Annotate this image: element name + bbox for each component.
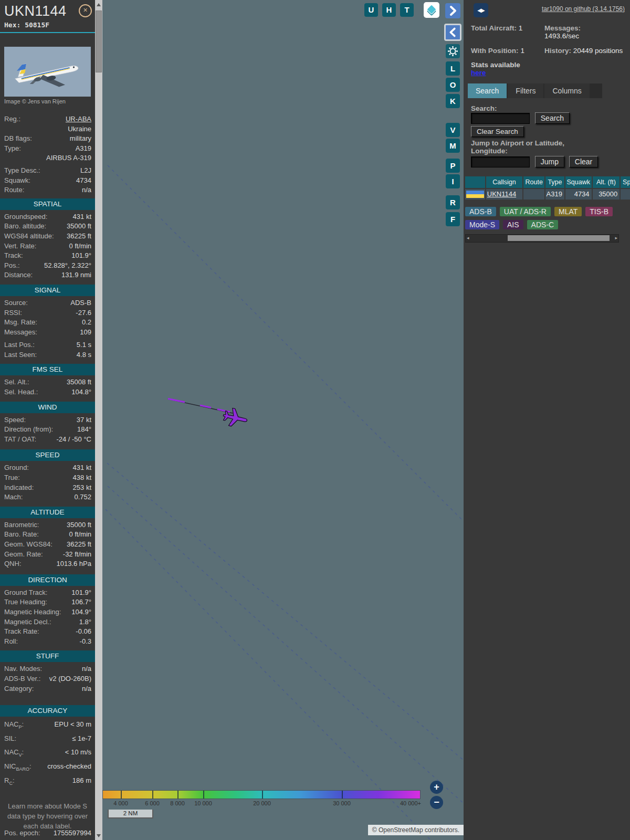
clear-search-button[interactable]: Clear Search	[471, 126, 524, 137]
section-accuracy: ACCURACY NACP:EPU < 30 m SIL:≤ 1e-7 NACV…	[0, 705, 95, 789]
search-input[interactable]	[471, 113, 530, 124]
jump-button[interactable]: Jump	[535, 156, 564, 167]
scroll-right-icon[interactable]: ▸	[615, 235, 617, 242]
scale-label: 40 000+	[400, 800, 421, 806]
badge-adsc[interactable]: ADS-C	[527, 220, 559, 229]
col-alt[interactable]: Alt. (ft)	[593, 176, 620, 188]
data-row: NICBARO:cross-checked	[0, 761, 95, 775]
data-row: Type Desc.:L2J	[0, 166, 95, 176]
layers-button[interactable]	[424, 2, 439, 18]
scroll-down-icon[interactable]	[97, 834, 101, 837]
map-button-r[interactable]: R	[446, 195, 460, 209]
zoom-in-button[interactable]: +	[430, 781, 443, 794]
map-button-o[interactable]: O	[446, 78, 460, 92]
col-callsign[interactable]: Callsign	[486, 176, 523, 188]
scale-label: 8 000	[170, 800, 185, 806]
map-button-f[interactable]: F	[446, 212, 460, 226]
data-row: Messages:109	[0, 328, 95, 338]
col-type[interactable]: Type	[545, 176, 564, 188]
scrollbar-thumb[interactable]	[96, 10, 102, 72]
expand-right-button[interactable]	[445, 3, 460, 18]
data-row: Baro. altitude:35000 ft	[0, 222, 95, 232]
col-flag[interactable]	[465, 176, 485, 188]
settings-button[interactable]	[446, 44, 460, 58]
map-button-u[interactable]: U	[364, 3, 378, 17]
map-button-m[interactable]: M	[446, 139, 460, 153]
data-row: True Heading:106.7°	[0, 597, 95, 607]
altitude-color-scale	[103, 791, 420, 799]
map-button-t[interactable]: T	[400, 3, 414, 17]
section-direction: DIRECTION Ground Track:101.9° True Headi…	[0, 574, 95, 647]
stats-here-link[interactable]: here	[471, 69, 486, 77]
mode-s-note: Learn more about Mode S data type by hov…	[0, 801, 95, 831]
data-row: Distance:131.9 nmi	[0, 270, 95, 280]
data-row: QNH:1013.6 hPa	[0, 559, 95, 569]
data-row: Msg. Rate:0.2	[0, 318, 95, 328]
scrollbar-thumb[interactable]	[508, 235, 610, 241]
layers-icon	[424, 2, 439, 18]
data-row: Last Pos.:5.1 s	[0, 340, 95, 350]
sidebar-scrollbar[interactable]	[95, 0, 102, 840]
map-attribution[interactable]: © OpenStreetMap contributors.	[368, 825, 464, 835]
callsign-title: UKN1144	[4, 3, 91, 19]
table-horizontal-scrollbar[interactable]: ◂ ▸	[465, 234, 619, 243]
section-header: SIGNAL	[0, 285, 95, 296]
collapse-left-button[interactable]	[444, 24, 461, 41]
search-button[interactable]: Search	[535, 112, 570, 124]
map-button-i[interactable]: I	[446, 174, 460, 188]
section-header: SPATIAL	[0, 198, 95, 210]
data-row: Speed:37 kt	[0, 415, 95, 425]
section-stuff: STUFF Nav. Modes:n/a ADS-B Ver.:v2 (DO-2…	[0, 650, 95, 694]
col-squawk[interactable]: Squawk	[565, 176, 592, 188]
close-icon[interactable]: ×	[79, 4, 92, 17]
map-button-l[interactable]: L	[446, 61, 460, 76]
table-row[interactable]: UKN1144 A319 4734 35000	[465, 189, 630, 200]
badge-uat-adsr[interactable]: UAT / ADS-R	[500, 207, 551, 216]
map-button-v[interactable]: V	[446, 123, 460, 137]
registration-info: Reg.:UR-ABA Ukraine DB flags:military Ty…	[0, 114, 95, 195]
jump-input[interactable]	[471, 156, 530, 167]
badge-adsb[interactable]: ADS-B	[465, 207, 496, 216]
tab-filters[interactable]: Filters	[508, 83, 543, 98]
data-row: Type:A319	[0, 144, 95, 154]
data-row: Ground Track:101.9°	[0, 588, 95, 598]
callsign-link[interactable]: UKN1144	[486, 190, 516, 198]
photo-credit: Image © Jens van Rijen	[0, 97, 95, 104]
alt-cell: 35000	[593, 189, 620, 200]
map-button-k[interactable]: K	[446, 94, 460, 108]
data-row: Roll:-0.3	[0, 637, 95, 647]
aircraft-photo[interactable]	[4, 47, 91, 97]
data-row: WGS84 altitude:36225 ft	[0, 232, 95, 242]
scroll-up-icon[interactable]	[97, 3, 101, 6]
section-altitude: ALTITUDE Barometric:35000 ft Baro. Rate:…	[0, 507, 95, 569]
aircraft-icon[interactable]	[222, 406, 249, 429]
zoom-out-button[interactable]: −	[430, 796, 443, 809]
with-position: With Position: 1	[471, 47, 544, 55]
divider	[0, 32, 95, 33]
stats-available: Stats available here	[471, 61, 630, 77]
map[interactable]: U H T L O K V M P I R	[102, 0, 464, 840]
github-link[interactable]: tar1090 on github (3.14.1756)	[542, 5, 625, 13]
badge-modes[interactable]: Mode-S	[465, 220, 499, 229]
data-row: Baro. Rate:0 ft/min	[0, 530, 95, 540]
data-row: RC:186 m	[0, 775, 95, 789]
scroll-left-icon[interactable]: ◂	[467, 235, 469, 242]
section-spatial: SPATIAL Groundspeed:431 kt Baro. altitud…	[0, 198, 95, 280]
hex-label: Hex:	[4, 21, 20, 29]
registration-link[interactable]: UR-ABA	[66, 115, 91, 123]
tab-search[interactable]: Search	[468, 83, 507, 98]
type-cell: A319	[545, 189, 564, 200]
col-speed[interactable]: Speed	[621, 176, 630, 188]
jump-clear-button[interactable]: Clear	[569, 156, 598, 167]
badge-ais[interactable]: AIS	[503, 220, 523, 229]
badge-mlat[interactable]: MLAT	[554, 207, 582, 216]
col-route[interactable]: Route	[523, 176, 544, 188]
data-row: SIL:≤ 1e-7	[0, 733, 95, 747]
panel-width-toggle[interactable]: ◀▶	[474, 3, 488, 17]
section-header: SPEED	[0, 449, 95, 461]
map-button-h[interactable]: H	[382, 3, 396, 17]
map-button-p[interactable]: P	[446, 159, 460, 173]
badge-tisb[interactable]: TIS-B	[585, 207, 613, 216]
tab-columns[interactable]: Columns	[544, 83, 589, 98]
aircraft-info-sidebar: UKN1144 Hex: 50815F × Image © Jens van R…	[0, 0, 95, 840]
